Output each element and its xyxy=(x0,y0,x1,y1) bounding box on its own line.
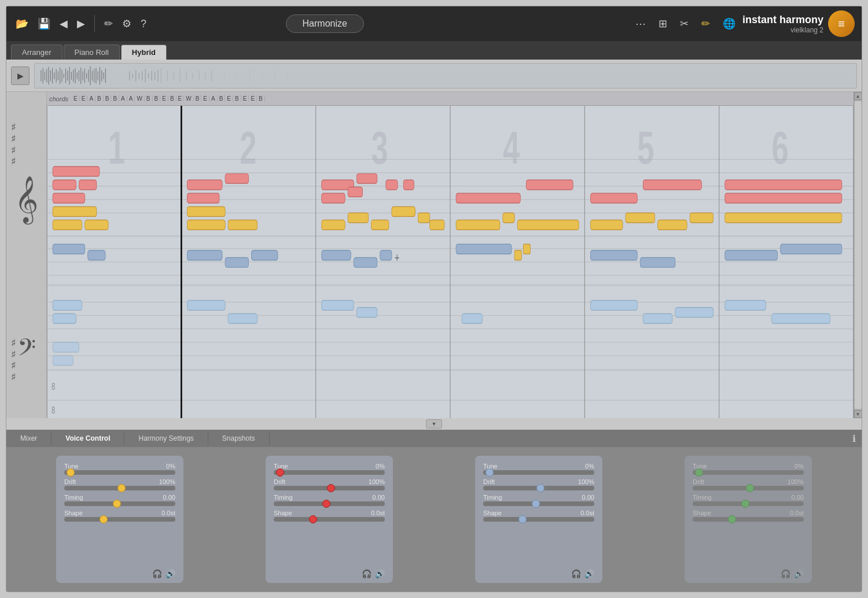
svg-text:2: 2 xyxy=(240,122,256,174)
drift-track-3[interactable] xyxy=(483,486,594,490)
svg-rect-185 xyxy=(503,213,514,223)
tune-thumb-4[interactable] xyxy=(695,468,703,477)
tab-snapshots[interactable]: Snapshots xyxy=(208,431,270,445)
scroll-down-button[interactable]: ▼ xyxy=(854,410,862,418)
timing-track-3[interactable] xyxy=(483,501,594,506)
score-svg: 1 2 3 4 5 6 xyxy=(47,106,854,418)
tune-track-3[interactable] xyxy=(483,470,594,475)
shape-track-3[interactable] xyxy=(483,517,594,522)
svg-rect-213 xyxy=(356,308,377,318)
shape-track-4[interactable] xyxy=(693,517,804,522)
tab-hybrid[interactable]: Hybrid xyxy=(121,45,167,60)
scroll-thumb[interactable] xyxy=(855,101,862,409)
waveform-svg xyxy=(35,64,856,88)
tune-track-2[interactable] xyxy=(274,470,385,475)
svg-rect-154 xyxy=(53,180,76,190)
headphones-icon-2[interactable]: 🎧 xyxy=(362,569,372,578)
volume-icon-1[interactable]: 🔊 xyxy=(165,569,175,578)
timing-thumb-4[interactable] xyxy=(741,500,749,508)
chord-E6: E xyxy=(225,95,233,102)
help-icon[interactable]: ? xyxy=(138,16,149,32)
shape-thumb-2[interactable] xyxy=(309,515,317,523)
shape-thumb-3[interactable] xyxy=(518,515,527,523)
chord-E3: E xyxy=(160,95,168,102)
connections-icon[interactable]: ⋯ xyxy=(633,15,648,32)
timing-track-4[interactable] xyxy=(693,501,804,506)
scroll-up-button[interactable]: ▲ xyxy=(854,92,862,100)
tune-thumb-2[interactable] xyxy=(276,468,284,477)
drift-value-1: 100% xyxy=(159,478,175,485)
tune-track-4[interactable] xyxy=(693,470,804,475)
svg-rect-198 xyxy=(354,257,377,267)
chords-label: chords xyxy=(49,95,68,102)
svg-rect-156 xyxy=(53,193,85,203)
volume-icon-3[interactable]: 🔊 xyxy=(584,569,594,578)
back-icon[interactable]: ◀ xyxy=(57,15,70,32)
drift-thumb-4[interactable] xyxy=(746,484,754,492)
edit-icon[interactable]: ✏ xyxy=(102,15,115,32)
pencil-icon[interactable]: ✏ xyxy=(699,15,712,32)
svg-rect-197 xyxy=(322,250,351,260)
drift-track-1[interactable] xyxy=(64,486,175,490)
tab-harmony-settings[interactable]: Harmony Settings xyxy=(124,431,208,445)
waveform-display xyxy=(34,63,857,88)
drift-label-4: Drift xyxy=(693,478,704,485)
shape-track-1[interactable] xyxy=(64,517,175,522)
headphones-icon-4[interactable]: 🎧 xyxy=(781,569,790,578)
tab-mixer[interactable]: Mixer xyxy=(6,431,52,445)
logo-circle[interactable]: ≡ xyxy=(828,10,855,37)
timing-thumb-2[interactable] xyxy=(322,500,330,508)
tune-thumb-3[interactable] xyxy=(486,468,494,477)
shape-thumb-1[interactable] xyxy=(100,515,108,523)
svg-rect-163 xyxy=(322,193,345,203)
tab-voice-control[interactable]: Voice Control xyxy=(52,431,124,445)
drift-track-4[interactable] xyxy=(693,486,804,490)
shape-thumb-4[interactable] xyxy=(728,515,736,523)
timing-thumb-3[interactable] xyxy=(532,500,540,508)
drift-thumb-1[interactable] xyxy=(117,484,126,492)
tune-thumb-1[interactable] xyxy=(67,468,75,477)
settings-icon[interactable]: ⚙ xyxy=(120,15,134,32)
svg-rect-201 xyxy=(456,244,512,254)
headphones-icon-1[interactable]: 🎧 xyxy=(152,569,162,578)
collapse-row: ▼ xyxy=(6,418,862,430)
shape-value-4: 0.0st xyxy=(790,510,804,516)
tune-track-1[interactable] xyxy=(64,470,175,475)
score-scrollbar[interactable]: ▲ ▼ xyxy=(854,92,862,418)
volume-icon-4[interactable]: 🔊 xyxy=(794,569,804,578)
tune-value-3: 0% xyxy=(585,463,594,470)
info-button[interactable]: ℹ xyxy=(852,433,856,444)
svg-rect-210 xyxy=(187,300,225,310)
headphones-icon-3[interactable]: 🎧 xyxy=(571,569,581,578)
open-folder-icon[interactable]: 📂 xyxy=(13,15,31,32)
drift-track-2[interactable] xyxy=(274,486,385,490)
play-button[interactable]: ▶ xyxy=(11,67,30,85)
svg-rect-209 xyxy=(53,313,76,323)
volume-icon-2[interactable]: 🔊 xyxy=(375,569,385,578)
drift-thumb-2[interactable] xyxy=(327,484,335,492)
globe-icon[interactable]: 🌐 xyxy=(720,15,738,32)
shape-track-2[interactable] xyxy=(274,517,385,522)
bottom-content: Tune 0% Drift 100% xyxy=(6,447,862,592)
app-title: instant harmony vielklang 2 xyxy=(742,14,823,34)
shape-slider-row-4: Shape 0.0st xyxy=(693,510,804,522)
timing-track-1[interactable] xyxy=(64,501,175,506)
svg-rect-187 xyxy=(590,220,623,230)
tab-piano-roll[interactable]: Piano Roll xyxy=(64,45,120,60)
chord-B5: B xyxy=(153,95,161,102)
grid-icon[interactable]: ⊞ xyxy=(656,15,670,32)
scissors-icon[interactable]: ✂ xyxy=(678,15,691,32)
timing-track-2[interactable] xyxy=(274,501,385,506)
save-icon[interactable]: 💾 xyxy=(35,15,53,32)
score-area: ♯ ♯ ♯ ♯ 𝄞 𝄢 ♯ ♯ ♯ ♯ chords E E A B xyxy=(6,92,862,418)
collapse-button[interactable]: ▼ xyxy=(426,419,442,429)
drift-thumb-3[interactable] xyxy=(536,484,545,492)
chord-E7: E xyxy=(241,95,249,102)
forward-icon[interactable]: ▶ xyxy=(75,15,87,32)
harmonize-button[interactable]: Harmonize xyxy=(286,14,364,33)
tab-arranger[interactable]: Arranger xyxy=(11,45,62,60)
svg-rect-153 xyxy=(53,167,100,176)
timing-thumb-1[interactable] xyxy=(113,500,121,508)
piano-roll[interactable]: 1 2 3 4 5 6 xyxy=(47,106,854,418)
shape-label-1: Shape xyxy=(64,510,83,516)
